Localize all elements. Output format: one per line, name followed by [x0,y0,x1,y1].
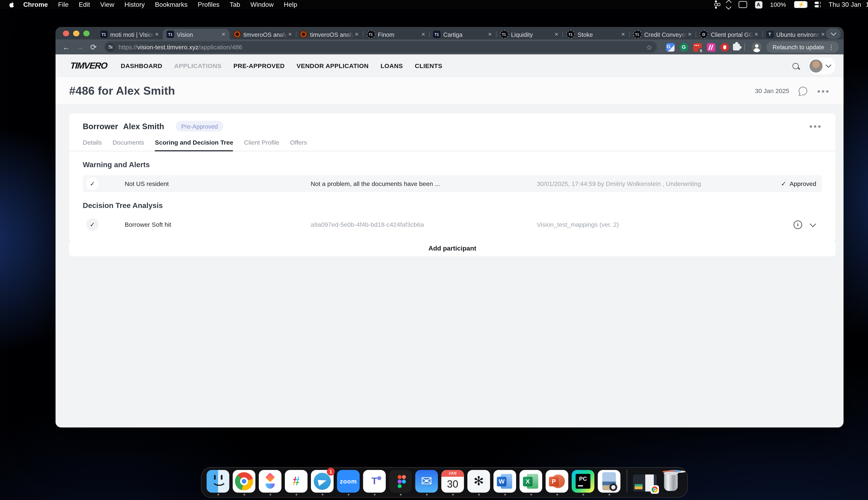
google-translate-extension-icon[interactable]: G [666,43,674,52]
dock-mail[interactable]: ✉ [413,470,439,495]
search-icon[interactable] [788,58,803,73]
menu-view[interactable]: View [95,0,119,9]
dock-teams[interactable]: T [362,470,387,495]
menu-bookmarks[interactable]: Bookmarks [150,0,193,9]
expand-chevron-icon[interactable] [810,220,816,227]
menu-help[interactable]: Help [278,0,302,9]
menu-edit[interactable]: Edit [73,0,95,9]
nav-item-dashboard[interactable]: DASHBOARD [121,62,162,69]
tab-offers[interactable]: Offers [290,139,307,151]
dock-excel[interactable]: X [518,470,544,495]
browser-tab[interactable]: T1Stoke× [562,29,629,40]
decision-row[interactable]: ✓ Borrower Soft hit a9a097ed-5e0b-4f4b-b… [83,216,822,233]
tab-close-icon[interactable]: × [820,31,826,38]
info-icon[interactable]: i [793,220,802,229]
nav-item-loans[interactable]: LOANS [380,62,403,69]
zoom-window-button[interactable] [83,31,89,36]
card-more-options-icon[interactable]: ●●● [809,123,822,129]
stop-hand-extension-icon[interactable] [720,43,729,52]
comments-icon[interactable] [799,87,808,95]
display-menubar-icon[interactable] [738,1,747,9]
browser-tab[interactable]: GClient portal GGP× [696,29,762,40]
tab-documents[interactable]: Documents [113,139,144,151]
timvero-logo[interactable]: TIMVERO [70,60,107,71]
menu-tab[interactable]: Tab [225,0,245,9]
bookmark-star-icon[interactable]: ☆ [646,43,652,52]
extensions-puzzle-icon[interactable] [732,43,741,52]
browser-tab[interactable]: TUbuntu environment× [762,29,829,40]
tab-close-icon[interactable]: × [220,31,226,38]
site-settings-icon[interactable] [106,43,115,52]
battery-icon[interactable]: ⚡ [794,1,807,9]
clickup-menubar-icon[interactable] [727,1,731,9]
dock-finder[interactable] [205,470,231,495]
relaunch-to-update-button[interactable]: Relaunch to update ⋮ [766,41,839,53]
red-extension-extension-icon[interactable]: 5 [693,43,702,52]
back-button[interactable]: ← [60,41,72,53]
tab-close-icon[interactable]: × [687,31,693,38]
warning-row[interactable]: ✓ Not US resident Not a problem, all the… [83,175,822,192]
control-center-icon[interactable] [814,1,821,9]
menu-profiles[interactable]: Profiles [193,0,225,9]
address-bar[interactable]: https://vision-test.timvero.xyz/applicat… [104,41,657,53]
dock-slack[interactable]: # [283,470,309,495]
dock-trash[interactable] [658,470,684,495]
tab-close-icon[interactable]: × [287,31,293,38]
nav-item-pre-approved[interactable]: PRE-APPROVED [233,62,285,69]
minimize-window-button[interactable] [73,31,79,36]
tab-close-icon[interactable]: × [154,31,160,38]
browser-profile-avatar[interactable] [752,42,762,52]
browser-tab[interactable]: T1Finom× [363,29,429,40]
tab-close-icon[interactable]: × [487,31,493,38]
more-options-icon[interactable]: ●●● [817,88,830,94]
nav-item-vendor-application[interactable]: VENDOR APPLICATION [297,62,369,69]
tab-close-icon[interactable]: × [420,31,426,38]
tab-client-profile[interactable]: Client Profile [244,139,279,151]
browser-tab[interactable]: T1Liquidity× [496,29,562,40]
reload-button[interactable]: ⟳ [87,41,100,53]
dock-pycharm[interactable]: PC [570,470,596,495]
dock-calendar[interactable]: JAN30 [439,470,466,495]
dock-clickup[interactable] [257,470,283,495]
tab-close-icon[interactable]: × [553,31,560,38]
dock-zoom[interactable]: zoom [335,470,361,495]
dock-chatgpt[interactable]: ✻ [466,470,492,495]
dock-chrome[interactable] [231,470,257,495]
nav-item-clients[interactable]: CLIENTS [415,62,442,69]
apple-menu-icon[interactable] [8,1,15,8]
dock-figma[interactable] [387,470,413,495]
browser-tab[interactable]: T1Credit Conveyor× [629,29,696,40]
tab-scoring-and-decision-tree[interactable]: Scoring and Decision Tree [155,139,233,151]
browser-tab[interactable]: T1moti moti | Vision× [96,29,163,40]
tab-close-icon[interactable]: × [753,31,759,38]
nav-item-applications[interactable]: APPLICATIONS [174,62,222,69]
add-participant-button[interactable]: Add participant [69,240,835,256]
menu-clock[interactable]: Thu 30 Jan18:45 [829,1,868,8]
grammarly-extension-icon[interactable]: G [679,43,688,52]
dock-preview[interactable] [596,470,622,495]
pink-extension-extension-icon[interactable] [707,43,716,52]
tab-close-icon[interactable]: × [354,31,360,38]
tab-favicon: T1 [167,31,174,38]
dock-minimized-window[interactable] [632,471,658,494]
browser-tab[interactable]: timveroOS analytics× [296,29,363,40]
dock-word[interactable]: W [492,470,518,495]
figma-menubar-icon[interactable] [713,1,719,9]
tab-close-icon[interactable]: × [620,31,626,38]
browser-tab[interactable]: timveroOS analytics× [229,29,296,40]
menu-file[interactable]: File [53,0,73,9]
tab-search-button[interactable] [826,28,841,39]
forward-button[interactable]: → [73,41,86,53]
user-menu[interactable] [808,57,835,75]
tab-details[interactable]: Details [83,139,102,151]
browser-menu-icon[interactable]: ⋮ [828,44,834,50]
close-window-button[interactable] [63,31,69,36]
menu-history[interactable]: History [119,0,150,9]
menu-chrome[interactable]: Chrome [18,0,53,9]
browser-tab[interactable]: T1Cartiga× [429,29,496,40]
browser-tab[interactable]: T1Vision× [163,29,229,40]
dock-powerpoint[interactable]: P [544,470,570,495]
dock-telegram[interactable]: 1 [309,470,335,495]
menu-window[interactable]: Window [245,0,278,9]
input-source-icon[interactable]: A [755,1,762,9]
